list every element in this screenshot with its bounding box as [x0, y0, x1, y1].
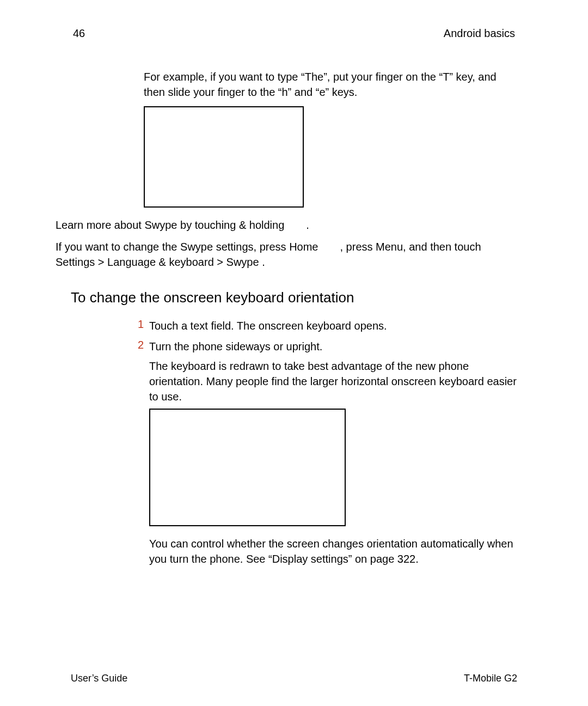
- list-item: 1 Touch a text field. The onscreen keybo…: [128, 318, 517, 333]
- page-number: 46: [73, 27, 85, 40]
- document-page: 46 Android basics For example, if you wa…: [0, 0, 588, 706]
- step-2-main: Turn the phone sideways or upright.: [149, 340, 322, 352]
- page-header: 46 Android basics: [71, 27, 517, 40]
- step-2-after: You can control whether the screen chang…: [149, 536, 517, 567]
- figure-placeholder-1: [144, 106, 304, 208]
- ordered-list: 1 Touch a text field. The onscreen keybo…: [128, 318, 517, 567]
- step-2-sub: The keyboard is redrawn to take best adv…: [149, 358, 517, 404]
- content-block-top: For example, if you want to type “The”, …: [144, 69, 517, 208]
- figure-placeholder-2: [149, 409, 346, 526]
- step-text-2: Turn the phone sideways or upright. The …: [149, 339, 517, 567]
- section-heading: To change the onscreen keyboard orientat…: [71, 289, 517, 306]
- page-footer: User’s Guide T-Mobile G2: [71, 673, 517, 684]
- footer-right: T-Mobile G2: [464, 673, 517, 684]
- list-item: 2 Turn the phone sideways or upright. Th…: [128, 339, 517, 567]
- footer-left: User’s Guide: [71, 673, 127, 684]
- step-text-1: Touch a text field. The onscreen keyboar…: [149, 318, 517, 333]
- steps-block: 1 Touch a text field. The onscreen keybo…: [128, 318, 517, 567]
- learn-more-text: Learn more about Swype by touching & hol…: [56, 217, 517, 233]
- settings-path: Settings > Language & keyboard > Swype: [56, 256, 259, 268]
- settings-text-1: If you want to change the Swype settings…: [56, 241, 481, 253]
- section-name: Android basics: [444, 27, 515, 40]
- settings-text-end: .: [259, 256, 265, 268]
- learn-more-block: Learn more about Swype by touching & hol…: [56, 217, 517, 270]
- settings-instruction: If you want to change the Swype settings…: [56, 239, 517, 270]
- step-number-1: 1: [128, 318, 144, 333]
- step-number-2: 2: [128, 339, 144, 567]
- example-paragraph: For example, if you want to type “The”, …: [144, 69, 517, 100]
